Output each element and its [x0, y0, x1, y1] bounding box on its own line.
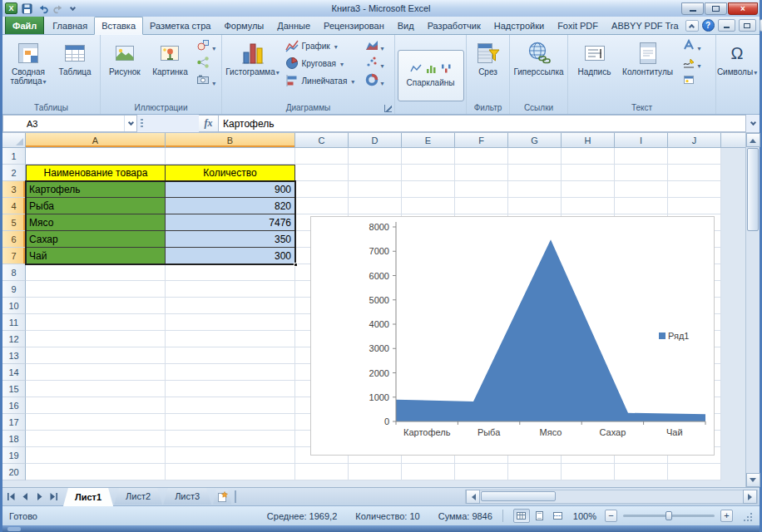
cell-E20[interactable]: [402, 464, 455, 480]
cell-H3[interactable]: [562, 181, 615, 198]
cell-A13[interactable]: [26, 347, 166, 364]
column-header-F[interactable]: F: [455, 133, 508, 148]
cell-B9[interactable]: [166, 281, 295, 298]
cell-B6[interactable]: 350: [166, 231, 295, 248]
cell-G3[interactable]: [508, 181, 562, 198]
object-button[interactable]: [679, 72, 712, 90]
wordart-button[interactable]: [679, 37, 712, 55]
picture-button[interactable]: Рисунок: [102, 37, 147, 103]
ribbon-tab-4[interactable]: Разметка стра: [143, 17, 217, 34]
scatter-chart-button[interactable]: [362, 55, 392, 72]
undo-button[interactable]: [36, 2, 49, 15]
scroll-up-button[interactable]: [746, 133, 760, 147]
row-header-19[interactable]: 19: [2, 447, 26, 464]
row-header-12[interactable]: 12: [2, 331, 26, 347]
cell-F1[interactable]: [455, 148, 508, 165]
cell-B1[interactable]: [166, 148, 295, 165]
select-all-corner[interactable]: [2, 133, 26, 148]
name-box[interactable]: A3: [2, 115, 137, 132]
pivot-table-button[interactable]: Сводная таблица: [5, 37, 52, 103]
cell-A5[interactable]: Мясо: [26, 214, 166, 231]
maximize-button[interactable]: [705, 2, 727, 15]
header-footer-button[interactable]: Колонтитулы: [618, 37, 678, 103]
cell-E2[interactable]: [402, 165, 455, 181]
workbook-minimize-button[interactable]: [718, 19, 735, 32]
row-header-11[interactable]: 11: [2, 314, 26, 331]
insert-function-button[interactable]: fx: [199, 115, 219, 132]
cell-B16[interactable]: [166, 397, 295, 414]
cell-F20[interactable]: [455, 464, 508, 480]
cell-A11[interactable]: [26, 314, 166, 331]
row-header-1[interactable]: 1: [2, 148, 26, 165]
cell-B2[interactable]: Количество: [166, 165, 295, 181]
zoom-thumb[interactable]: [666, 511, 672, 520]
ribbon-tab-2[interactable]: Главная: [46, 17, 94, 34]
clipart-button[interactable]: Картинка: [148, 37, 193, 103]
bar-chart-button[interactable]: Линейчатая: [281, 72, 361, 90]
cell-G1[interactable]: [508, 148, 562, 165]
column-header-E[interactable]: E: [402, 133, 455, 148]
cell-C20[interactable]: [295, 464, 349, 480]
cell-B19[interactable]: [166, 447, 295, 464]
row-header-13[interactable]: 13: [2, 347, 26, 364]
cell-B12[interactable]: [166, 331, 295, 347]
insert-table-button[interactable]: Таблица: [52, 37, 97, 103]
zoom-in-button[interactable]: +: [720, 510, 733, 522]
cell-H1[interactable]: [562, 148, 615, 165]
help-button[interactable]: ?: [702, 19, 715, 32]
cell-B10[interactable]: [166, 298, 295, 314]
ribbon-tab-12[interactable]: ABBYY PDF Tra: [605, 17, 685, 34]
cell-B17[interactable]: [166, 414, 295, 431]
column-header-I[interactable]: I: [615, 133, 668, 148]
cell-E4[interactable]: [402, 198, 455, 214]
workbook-close-button[interactable]: ×: [760, 19, 762, 32]
column-header-B[interactable]: B: [166, 133, 295, 148]
cell-E1[interactable]: [402, 148, 455, 165]
first-sheet-button[interactable]: [4, 490, 18, 504]
row-header-9[interactable]: 9: [2, 281, 26, 298]
qat-customize-button[interactable]: [67, 2, 77, 15]
cell-I2[interactable]: [615, 165, 668, 181]
cell-A9[interactable]: [26, 281, 166, 298]
cell-C1[interactable]: [295, 148, 349, 165]
row-header-14[interactable]: 14: [2, 364, 26, 381]
cell-A17[interactable]: [26, 414, 166, 431]
column-header-A[interactable]: A: [26, 133, 166, 148]
scroll-down-button[interactable]: [746, 473, 760, 487]
cell-A2[interactable]: Наименование товара: [26, 165, 166, 181]
cell-A3[interactable]: Картофель: [26, 181, 166, 198]
cell-H4[interactable]: [562, 198, 615, 214]
scroll-left-button[interactable]: [466, 490, 480, 504]
other-charts-button[interactable]: [362, 72, 392, 90]
cell-A6[interactable]: Сахар: [26, 231, 166, 248]
pie-chart-button[interactable]: Круговая: [281, 55, 361, 72]
horizontal-scrollbar[interactable]: [465, 490, 758, 504]
workbook-restore-button[interactable]: [739, 19, 756, 32]
ribbon-tab-5[interactable]: Формулы: [217, 17, 270, 34]
minimize-button[interactable]: [681, 2, 704, 15]
row-header-15[interactable]: 15: [2, 381, 26, 397]
zoom-out-button[interactable]: −: [605, 510, 617, 522]
zoom-track[interactable]: [623, 515, 715, 517]
row-header-4[interactable]: 4: [2, 198, 26, 214]
cell-A15[interactable]: [26, 381, 166, 397]
cell-A18[interactable]: [26, 431, 166, 447]
cell-D4[interactable]: [349, 198, 402, 214]
cell-A14[interactable]: [26, 364, 166, 381]
cell-J3[interactable]: [668, 181, 721, 198]
cell-E3[interactable]: [402, 181, 455, 198]
cell-H2[interactable]: [562, 165, 615, 181]
cell-I3[interactable]: [615, 181, 668, 198]
cell-G4[interactable]: [508, 198, 562, 214]
cell-I4[interactable]: [615, 198, 668, 214]
redo-button[interactable]: [52, 2, 65, 15]
cell-A1[interactable]: [26, 148, 166, 165]
sparklines-button[interactable]: Спарклайны: [398, 50, 464, 101]
zoom-level[interactable]: 100%: [573, 511, 596, 521]
cell-F2[interactable]: [455, 165, 508, 181]
normal-view-button[interactable]: [513, 509, 530, 523]
last-sheet-button[interactable]: [47, 490, 61, 504]
sheet-tab-1[interactable]: Лист1: [63, 488, 113, 506]
cell-B15[interactable]: [166, 381, 295, 397]
cell-I1[interactable]: [615, 148, 668, 165]
